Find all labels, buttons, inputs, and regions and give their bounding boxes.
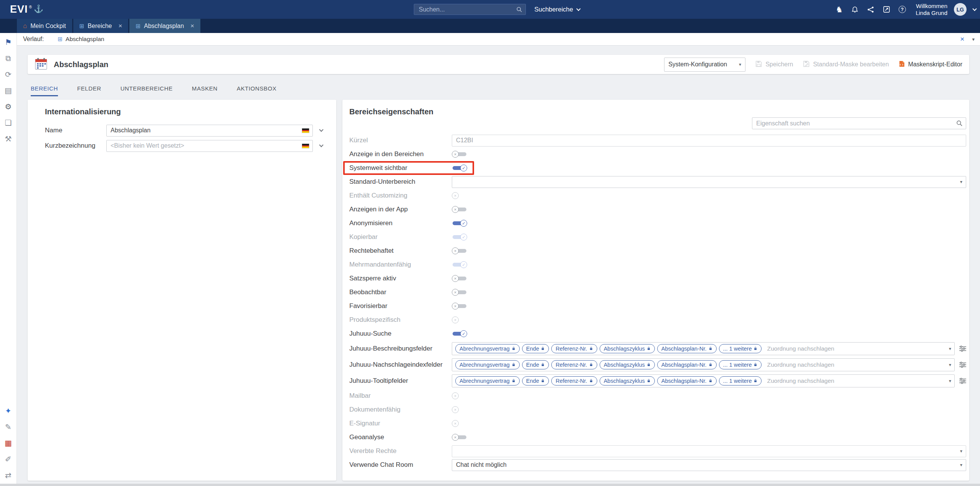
select-value-verwende-chat-room: Chat nicht möglich — [456, 461, 507, 468]
assistant-star-icon[interactable]: ✦ — [5, 405, 12, 416]
avatar[interactable]: LG — [954, 3, 967, 16]
row-control-rechtebehaftet: × — [452, 247, 966, 254]
mask-script-editor-button[interactable]: Maskenskript-Editor — [899, 61, 962, 69]
chevron-down-icon[interactable]: ▾ — [949, 378, 951, 384]
toggle-anzeigen-in-der-app[interactable]: × — [452, 206, 467, 213]
chip-abrechnungsvertrag[interactable]: Abrechnungsvertrag — [455, 376, 520, 386]
field-mapping-icon[interactable] — [959, 346, 966, 352]
chevron-down-icon[interactable] — [319, 127, 323, 132]
history-icon[interactable]: ⟳ — [5, 69, 12, 80]
chip-referenz-nr[interactable]: Referenz-Nr. — [551, 376, 597, 386]
close-icon[interactable]: × — [119, 22, 122, 30]
help-icon[interactable]: ? — [897, 5, 907, 14]
chip-ende[interactable]: Ende — [522, 344, 549, 353]
close-icon[interactable]: × — [960, 35, 964, 43]
chevron-down-icon[interactable]: ▾ — [949, 362, 951, 367]
tools-icon[interactable]: ⚒ — [5, 133, 12, 144]
name-input-value: Abschlagsplan — [111, 127, 150, 134]
history-bar: Verlauf: ⊞ Abschlagsplan × ▾ — [17, 33, 980, 46]
sync-icon[interactable]: ⇄ — [5, 470, 12, 481]
row-control-enthaelt-customizing: × — [452, 192, 966, 199]
top-bar: EVI ® ⚓ Suchbereiche ♞ ? Willkommen Lin — [0, 0, 980, 19]
row-control-juhuuu-beschreibungsfelder: AbrechnungsvertragEndeReferenz-Nr.Abschl… — [452, 342, 966, 355]
name-input[interactable]: Abschlagsplan — [106, 125, 313, 137]
field-mapping-icon[interactable] — [959, 378, 966, 384]
short-name-input[interactable]: <Bisher kein Wert gesetzt> — [106, 140, 313, 152]
toggle-juhuuu-suche[interactable]: ✓ — [452, 330, 467, 337]
property-search-box[interactable] — [752, 117, 966, 129]
row-label-dokumentenfaehig: Dokumentenfähig — [349, 406, 452, 414]
property-rows: KürzelC12BIAnzeige in den Bereichen×Syst… — [349, 133, 966, 472]
lock-icon — [589, 346, 593, 352]
chips-field-juhuuu-beschreibungsfelder[interactable]: AbrechnungsvertragEndeReferenz-Nr.Abschl… — [452, 342, 955, 355]
search-scope-dropdown[interactable]: Suchbereiche — [534, 6, 580, 13]
edit-standard-mask-button[interactable]: Standard-Maske bearbeiten — [803, 61, 889, 69]
chip-abschlagsplan-nr[interactable]: Abschlagsplan-Nr. — [657, 360, 717, 369]
lock-icon — [647, 346, 651, 352]
settings-gear-icon[interactable]: ⚙ — [5, 101, 12, 112]
toggle-geoanalyse[interactable]: × — [452, 434, 467, 441]
chips-field-juhuuu-tooltipfelder[interactable]: AbrechnungsvertragEndeReferenz-Nr.Abschl… — [452, 374, 955, 387]
select-standard-unterbereich[interactable]: ▾ — [452, 176, 966, 188]
user-menu-chevron-icon[interactable] — [972, 7, 977, 11]
chip-referenz-nr[interactable]: Referenz-Nr. — [551, 344, 597, 353]
toggle-anzeige-in-den-bereichen[interactable]: × — [452, 151, 467, 158]
draft-icon[interactable]: ✐ — [5, 454, 12, 465]
toggle-favorisierbar[interactable]: × — [452, 303, 467, 310]
configuration-select[interactable]: System-Konfiguration ▾ — [664, 58, 745, 72]
global-search-input[interactable] — [414, 6, 526, 13]
chips-placeholder: Zuordnung nachschlagen — [767, 345, 834, 352]
section-tab-aktionsbox[interactable]: AKTIONSBOX — [237, 85, 277, 96]
form-edit-icon[interactable]: ▤ — [5, 85, 12, 96]
chip-1-weitere[interactable]: ... 1 weitere — [719, 344, 762, 353]
save-button[interactable]: Speichern — [755, 61, 793, 69]
windows-icon[interactable]: ⧉ — [5, 53, 11, 64]
tab-abschlagsplan[interactable]: ⊞Abschlagsplan× — [129, 19, 200, 33]
notifications-bell-icon[interactable] — [850, 5, 859, 14]
chip-referenz-nr[interactable]: Referenz-Nr. — [551, 360, 597, 369]
chip-abschlagszyklus[interactable]: Abschlagszyklus — [600, 376, 655, 386]
toggle-e-signatur: × — [452, 420, 467, 427]
chip-abrechnungsvertrag[interactable]: Abrechnungsvertrag — [455, 344, 520, 353]
tab-mein-cockpit[interactable]: ⌂Mein Cockpit — [17, 19, 72, 33]
chip-ende[interactable]: Ende — [522, 360, 549, 369]
toggle-beobachtbar[interactable]: × — [452, 289, 467, 296]
horizontal-scrollbar[interactable] — [0, 484, 980, 486]
toggle-knob-icon: ✓ — [460, 330, 467, 337]
chips-field-juhuuu-nachschlageindexfelder[interactable]: AbrechnungsvertragEndeReferenz-Nr.Abschl… — [452, 358, 955, 371]
document-icon[interactable]: ❏ — [5, 117, 12, 128]
property-search-input[interactable] — [752, 120, 966, 127]
chevron-down-icon[interactable]: ▾ — [972, 36, 975, 42]
global-search-box[interactable] — [414, 4, 526, 15]
toggle-rechtebehaftet[interactable]: × — [452, 247, 467, 254]
chip-abrechnungsvertrag[interactable]: Abrechnungsvertrag — [455, 360, 520, 369]
chip-abschlagszyklus[interactable]: Abschlagszyklus — [600, 344, 655, 353]
chip-ende[interactable]: Ende — [522, 376, 549, 386]
chess-knight-icon[interactable]: ♞ — [835, 5, 844, 14]
close-icon[interactable]: × — [190, 22, 194, 30]
open-external-icon[interactable] — [882, 5, 891, 14]
bookmark-icon[interactable]: ⚑ — [5, 37, 12, 48]
chip-abschlagsplan-nr[interactable]: Abschlagsplan-Nr. — [657, 344, 717, 353]
toggle-anonymisieren[interactable]: ✓ — [452, 220, 467, 227]
chip-abschlagszyklus[interactable]: Abschlagszyklus — [600, 360, 655, 369]
chip-1-weitere[interactable]: ... 1 weitere — [719, 360, 762, 369]
notes-icon[interactable]: ✎ — [5, 422, 12, 432]
toggle-systemweit-sichtbar[interactable]: ✓ — [452, 165, 467, 171]
section-tab-felder[interactable]: FELDER — [77, 85, 101, 96]
calendar-icon[interactable]: ▦ — [5, 438, 12, 448]
section-tab-unterbereiche[interactable]: UNTERBEREICHE — [121, 85, 173, 96]
tab-bereiche[interactable]: ⊞Bereiche× — [73, 19, 129, 33]
toggle-satzsperre-aktiv[interactable]: × — [452, 275, 467, 282]
select-verwende-chat-room[interactable]: Chat nicht möglich▾ — [452, 459, 966, 471]
history-item-abschlagsplan[interactable]: ⊞ Abschlagsplan — [58, 36, 104, 43]
section-tab-bereich[interactable]: BEREICH — [31, 85, 58, 96]
chip-1-weitere[interactable]: ... 1 weitere — [719, 376, 762, 386]
section-tab-masken[interactable]: MASKEN — [192, 85, 218, 96]
share-icon[interactable] — [866, 5, 875, 14]
field-mapping-icon[interactable] — [959, 362, 966, 368]
chevron-down-icon[interactable]: ▾ — [949, 346, 951, 351]
chip-abschlagsplan-nr[interactable]: Abschlagsplan-Nr. — [657, 376, 717, 386]
chevron-down-icon[interactable] — [319, 143, 323, 147]
toggle-knob-icon: × — [452, 151, 459, 158]
